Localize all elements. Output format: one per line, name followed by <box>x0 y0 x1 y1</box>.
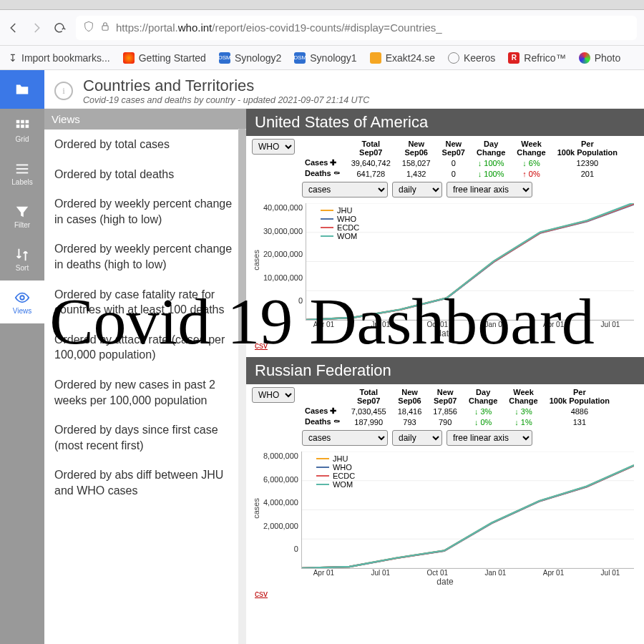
rail-grid[interactable]: Grid <box>0 109 44 152</box>
url-text: https://portal.who.int/report/eios-covid… <box>116 21 442 34</box>
page-title: Countries and Territories <box>83 77 369 95</box>
bookmark-synology2[interactable]: DSMSynology2 <box>219 52 281 64</box>
rail-folder[interactable] <box>0 70 44 109</box>
svg-rect-4 <box>16 125 20 128</box>
freq-select[interactable]: daily <box>392 430 442 446</box>
bookmark-refrico[interactable]: RRefrico™ <box>508 52 565 64</box>
info-icon[interactable]: i <box>54 82 73 100</box>
left-rail: Grid Labels Filter Sort Views <box>0 70 44 644</box>
page-subtitle: Covid-19 cases and deaths by country - u… <box>83 95 369 105</box>
report-area: United States of AmericaWHOTotalSep07New… <box>246 109 644 644</box>
r-icon: R <box>508 52 519 64</box>
svg-point-10 <box>20 296 24 300</box>
bookmark-photo[interactable]: Photo <box>579 52 621 64</box>
stats-table: TotalSep07NewSep06NewSep07DayChangeWeekC… <box>299 139 623 179</box>
csv-link[interactable]: csv <box>255 589 268 599</box>
page-header: i Countries and Territories Covid-19 cas… <box>44 70 644 109</box>
view-item[interactable]: Ordered by new cases in past 2 weeks per… <box>44 370 246 415</box>
view-item[interactable]: Ordered by weekly percent change in case… <box>44 189 246 234</box>
bookmark-keeros[interactable]: Keeros <box>448 52 495 64</box>
address-bar[interactable]: https://portal.who.int/report/eios-covid… <box>76 16 637 40</box>
app-container: Grid Labels Filter Sort Views i Countrie… <box>0 70 644 644</box>
lock-icon <box>100 21 110 34</box>
source-select[interactable]: WHO <box>252 139 295 155</box>
view-item[interactable]: Ordered by case fatality rate for countr… <box>44 280 246 325</box>
exakt-icon <box>370 52 381 64</box>
rail-sort[interactable]: Sort <box>0 238 44 280</box>
chart: cases8,000,0006,000,0004,000,0002,000,00… <box>252 447 638 569</box>
view-item[interactable]: Ordered by total deaths <box>44 160 246 190</box>
metric-select[interactable]: cases <box>302 182 388 197</box>
country-header: United States of America <box>246 109 644 136</box>
axis-select[interactable]: free linear axis <box>447 182 532 197</box>
metric-select[interactable]: cases <box>302 430 388 446</box>
legend: JHUWHOECDCWOM <box>321 206 359 240</box>
stats-table: TotalSep07NewSep06NewSep07DayChangeWeekC… <box>299 387 615 427</box>
bookmark-getting-started[interactable]: Getting Started <box>123 52 206 64</box>
view-item[interactable]: Ordered by attack rate (cases per 100,00… <box>44 325 246 370</box>
view-item[interactable]: Ordered by weekly percent change in deat… <box>44 234 246 279</box>
rail-views[interactable]: Views <box>0 280 44 323</box>
shield-icon <box>83 21 94 34</box>
legend: JHUWHOECDCWOM <box>316 454 355 489</box>
globe-icon <box>448 52 459 64</box>
axis-select[interactable]: free linear axis <box>447 430 532 446</box>
view-item[interactable]: Ordered by abs diff between JHU and WHO … <box>44 460 246 505</box>
back-button[interactable] <box>7 21 20 34</box>
svg-rect-3 <box>26 119 29 123</box>
svg-rect-1 <box>16 119 20 123</box>
bookmark-exakt24[interactable]: Exakt24.se <box>370 52 435 64</box>
bookmark-synology1[interactable]: DSMSynology1 <box>294 52 356 64</box>
reload-button[interactable] <box>53 21 66 34</box>
rail-labels[interactable]: Labels <box>0 152 44 195</box>
view-item[interactable]: Ordered by days since first case (most r… <box>44 415 246 460</box>
svg-rect-6 <box>26 125 29 128</box>
photo-icon <box>579 52 590 64</box>
firefox-icon <box>123 52 135 64</box>
dsm-icon: DSM <box>294 52 306 64</box>
dsm-icon: DSM <box>219 52 230 64</box>
rail-filter[interactable]: Filter <box>0 195 44 238</box>
chart: cases40,000,00030,000,00020,000,00010,00… <box>252 199 638 321</box>
freq-select[interactable]: daily <box>392 182 442 197</box>
view-item[interactable]: Ordered by total cases <box>44 130 246 160</box>
browser-url-bar: https://portal.who.int/report/eios-covid… <box>0 10 644 46</box>
bookmarks-bar: ↧Import bookmarks... Getting Started DSM… <box>0 46 644 70</box>
country-header: Russian Federation <box>246 357 644 384</box>
forward-button[interactable] <box>30 21 43 34</box>
scrollbar-thumb[interactable] <box>238 129 246 343</box>
source-select[interactable]: WHO <box>252 387 295 403</box>
svg-rect-2 <box>21 119 24 123</box>
browser-tab-bar <box>0 0 644 10</box>
views-header: Views <box>44 109 246 130</box>
import-icon: ↧ <box>9 52 17 64</box>
views-panel: Views Ordered by total casesOrdered by t… <box>44 109 246 644</box>
bookmark-import[interactable]: ↧Import bookmarks... <box>9 52 110 64</box>
svg-rect-0 <box>102 26 108 30</box>
svg-rect-5 <box>21 125 24 128</box>
csv-link[interactable]: csv <box>255 341 268 351</box>
